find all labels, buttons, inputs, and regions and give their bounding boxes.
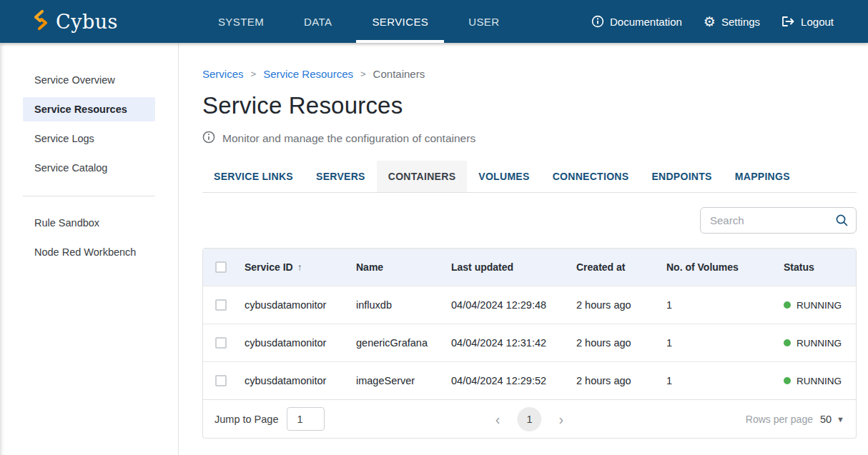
- info-circle-icon: [202, 131, 215, 146]
- cell-last-updated: 04/04/2024 12:31:42: [451, 337, 576, 349]
- cell-name: imageServer: [356, 375, 451, 386]
- cell-volumes: 1: [666, 337, 784, 349]
- status-label: RUNNING: [797, 300, 842, 311]
- breadcrumb-separator: >: [251, 69, 257, 79]
- brand-name: Cybus: [56, 11, 118, 33]
- info-icon: [591, 15, 604, 28]
- table-body: cybusdatamonitor influxdb 04/04/2024 12:…: [203, 286, 856, 399]
- cybus-logo-icon: [32, 9, 49, 34]
- breadcrumb: Services > Service Resources > Container…: [202, 68, 857, 80]
- documentation-button[interactable]: Documentation: [591, 15, 682, 28]
- sort-ascending-icon[interactable]: ↑: [297, 261, 302, 273]
- table-footer: Jump to Page ‹ 1 › Rows per page 50 ▼: [203, 399, 856, 438]
- resource-tabs: SERVICE LINKS SERVERS CONTAINERS VOLUMES…: [202, 161, 857, 193]
- rows-per-page-label: Rows per page: [746, 414, 813, 425]
- status-running-dot: [784, 377, 791, 384]
- select-all-checkbox[interactable]: [215, 261, 227, 273]
- table-row[interactable]: cybusdatamonitor influxdb 04/04/2024 12:…: [203, 286, 856, 324]
- cell-service-id: cybusdatamonitor: [245, 299, 356, 311]
- search-row: [202, 207, 857, 234]
- cell-status: RUNNING: [784, 338, 856, 349]
- page-subtitle-row: Monitor and manage the configuration of …: [202, 131, 857, 146]
- column-header-volumes[interactable]: No. of Volumes: [666, 261, 784, 273]
- current-page-button[interactable]: 1: [518, 407, 542, 431]
- row-checkbox[interactable]: [215, 375, 227, 386]
- page-title: Service Resources: [202, 92, 857, 119]
- jump-to-page-group: Jump to Page: [214, 407, 325, 431]
- nav-item-user[interactable]: USER: [453, 0, 515, 43]
- sidebar: Service Overview Service Resources Servi…: [0, 43, 179, 455]
- sidebar-item-node-red-workbench[interactable]: Node Red Workbench: [23, 240, 155, 264]
- tab-endpoints[interactable]: ENDPOINTS: [640, 161, 723, 192]
- table-header-row: Service ID ↑ Name Last updated Created a…: [203, 249, 856, 286]
- nav-actions: Documentation ⚙ Settings Logout: [591, 0, 868, 43]
- cell-service-id: cybusdatamonitor: [245, 375, 356, 386]
- cell-status: RUNNING: [784, 300, 856, 311]
- next-page-icon[interactable]: ›: [555, 412, 568, 426]
- nav-item-data[interactable]: DATA: [288, 0, 347, 43]
- column-header-service-id[interactable]: Service ID: [245, 261, 293, 273]
- tab-service-links[interactable]: SERVICE LINKS: [202, 161, 305, 192]
- search-input[interactable]: [700, 207, 857, 234]
- sidebar-item-rule-sandbox[interactable]: Rule Sandbox: [23, 211, 155, 235]
- tab-mappings[interactable]: MAPPINGS: [724, 161, 802, 192]
- breadcrumb-link-services[interactable]: Services: [202, 68, 244, 80]
- jump-to-page-input[interactable]: [287, 407, 325, 431]
- brand-logo[interactable]: Cybus: [0, 0, 118, 43]
- main-content: Services > Service Resources > Container…: [179, 43, 868, 455]
- row-checkbox[interactable]: [215, 299, 227, 311]
- rows-per-page-select[interactable]: 50 ▼: [820, 414, 844, 425]
- logout-icon: [781, 15, 795, 28]
- column-header-status[interactable]: Status: [784, 261, 856, 273]
- rows-per-page-value: 50: [820, 414, 832, 425]
- logout-label: Logout: [801, 16, 834, 28]
- status-label: RUNNING: [797, 376, 842, 386]
- table-row[interactable]: cybusdatamonitor genericGrafana 04/04/20…: [203, 324, 856, 361]
- column-header-name[interactable]: Name: [356, 261, 451, 273]
- cell-name: genericGrafana: [356, 337, 451, 349]
- cell-service-id: cybusdatamonitor: [245, 337, 356, 349]
- cell-last-updated: 04/04/2024 12:29:48: [451, 299, 576, 311]
- tab-volumes[interactable]: VOLUMES: [467, 161, 541, 192]
- cell-created-at: 2 hours ago: [576, 375, 666, 386]
- search-box: [700, 207, 857, 234]
- tab-containers[interactable]: CONTAINERS: [377, 161, 468, 192]
- sidebar-divider: [23, 196, 155, 196]
- tab-servers[interactable]: SERVERS: [305, 161, 377, 192]
- column-header-created-at[interactable]: Created at: [576, 261, 666, 273]
- cell-created-at: 2 hours ago: [576, 299, 666, 311]
- tab-connections[interactable]: CONNECTIONS: [541, 161, 641, 192]
- cell-volumes: 1: [666, 375, 784, 386]
- settings-button[interactable]: ⚙ Settings: [704, 15, 760, 29]
- main-nav: SYSTEM DATA SERVICES USER: [202, 0, 516, 43]
- jump-to-page-label: Jump to Page: [214, 414, 278, 425]
- status-label: RUNNING: [797, 338, 842, 349]
- sidebar-item-service-catalog[interactable]: Service Catalog: [23, 156, 155, 180]
- cell-created-at: 2 hours ago: [576, 337, 666, 349]
- breadcrumb-link-service-resources[interactable]: Service Resources: [263, 68, 353, 80]
- cell-last-updated: 04/04/2024 12:29:52: [451, 375, 576, 386]
- page-subtitle: Monitor and manage the configuration of …: [222, 132, 475, 145]
- breadcrumb-current: Containers: [373, 68, 425, 80]
- breadcrumb-separator: >: [360, 69, 366, 79]
- gear-icon: ⚙: [704, 15, 716, 29]
- sidebar-item-service-overview[interactable]: Service Overview: [23, 68, 155, 92]
- logout-button[interactable]: Logout: [781, 15, 834, 28]
- cell-volumes: 1: [666, 299, 784, 311]
- column-header-last-updated[interactable]: Last updated: [451, 261, 576, 273]
- sidebar-item-service-resources[interactable]: Service Resources: [23, 97, 155, 121]
- status-running-dot: [784, 339, 791, 346]
- nav-item-system[interactable]: SYSTEM: [202, 0, 280, 43]
- cell-name: influxdb: [356, 299, 451, 311]
- table-row[interactable]: cybusdatamonitor imageServer 04/04/2024 …: [203, 361, 856, 399]
- sidebar-item-service-logs[interactable]: Service Logs: [23, 126, 155, 151]
- search-icon[interactable]: [835, 214, 849, 230]
- cell-status: RUNNING: [784, 376, 856, 386]
- documentation-label: Documentation: [610, 16, 682, 28]
- settings-label: Settings: [721, 16, 760, 28]
- previous-page-icon[interactable]: ‹: [491, 412, 505, 426]
- pagination: ‹ 1 ›: [491, 407, 568, 431]
- status-running-dot: [784, 301, 791, 309]
- nav-item-services[interactable]: SERVICES: [356, 0, 444, 43]
- row-checkbox[interactable]: [215, 337, 227, 349]
